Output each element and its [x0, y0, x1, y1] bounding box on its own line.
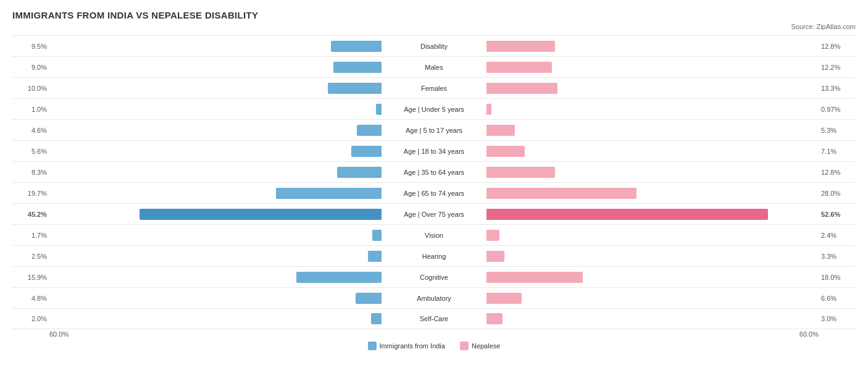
left-bar-wrap: [49, 125, 382, 136]
bar-container: 45.2% Age | Over 75 years 52.6%: [12, 204, 856, 224]
row-label: Vision: [382, 232, 486, 239]
right-bar: [486, 188, 636, 199]
right-value: 5.3%: [819, 127, 856, 134]
right-bar-wrap: [486, 104, 819, 115]
left-bar: [351, 146, 382, 157]
right-bar: [486, 209, 768, 220]
chart-row: 9.5% Disability 12.8%: [12, 35, 856, 56]
left-bar-wrap: [49, 41, 382, 52]
left-value: 5.6%: [12, 148, 49, 155]
right-bar-wrap: [486, 83, 819, 94]
bar-container: 15.9% Cognitive 18.0%: [12, 267, 856, 287]
left-bar-wrap: [49, 272, 382, 283]
left-value: 4.6%: [12, 127, 49, 134]
right-bar-wrap: [486, 167, 819, 178]
row-label: Males: [382, 64, 486, 71]
right-bar-wrap: [486, 125, 819, 136]
right-bar: [486, 251, 504, 262]
left-bar-wrap: [49, 62, 382, 73]
legend-box-left: [368, 342, 377, 350]
right-value: 12.2%: [819, 64, 856, 71]
right-value: 7.1%: [819, 148, 856, 155]
right-value: 3.0%: [819, 315, 856, 322]
chart-row: 5.6% Age | 18 to 34 years 7.1%: [12, 140, 856, 161]
left-bar-wrap: [49, 209, 382, 220]
right-bar-wrap: [486, 41, 819, 52]
bar-container: 1.0% Age | Under 5 years 0.97%: [12, 99, 856, 119]
chart-row: 8.3% Age | 35 to 64 years 12.8%: [12, 161, 856, 182]
left-bar: [331, 41, 382, 52]
row-label: Age | Over 75 years: [382, 211, 486, 218]
right-bar: [486, 313, 503, 324]
left-value: 9.0%: [12, 64, 49, 71]
left-value: 1.7%: [12, 232, 49, 239]
bar-container: 4.6% Age | 5 to 17 years 5.3%: [12, 120, 856, 140]
left-value: 2.0%: [12, 315, 49, 322]
right-value: 12.8%: [819, 43, 856, 50]
bar-container: 1.7% Vision 2.4%: [12, 225, 856, 245]
legend-label-left: Immigrants from India: [380, 342, 445, 350]
right-bar-wrap: [486, 313, 819, 324]
left-bar: [276, 188, 382, 199]
left-value: 4.8%: [12, 295, 49, 302]
bar-container: 10.0% Females 13.3%: [12, 78, 856, 98]
row-label: Age | 35 to 64 years: [382, 169, 486, 176]
right-bar-wrap: [486, 272, 819, 283]
row-label: Age | 5 to 17 years: [382, 127, 486, 134]
left-bar-wrap: [49, 293, 382, 304]
right-value: 6.6%: [819, 295, 856, 302]
chart-row: 15.9% Cognitive 18.0%: [12, 266, 856, 287]
row-label: Cognitive: [382, 274, 486, 281]
right-bar-wrap: [486, 146, 819, 157]
chart-title: IMMIGRANTS FROM INDIA VS NEPALESE DISABI…: [12, 10, 856, 20]
bar-container: 4.8% Ambulatory 6.6%: [12, 288, 856, 308]
left-value: 45.2%: [12, 211, 49, 218]
right-value: 3.3%: [819, 253, 856, 260]
chart-row: 2.5% Hearing 3.3%: [12, 245, 856, 266]
right-value: 0.97%: [819, 106, 856, 113]
right-bar: [486, 146, 525, 157]
chart-row: 1.7% Vision 2.4%: [12, 224, 856, 245]
left-bar-wrap: [49, 104, 382, 115]
left-value: 8.3%: [12, 169, 49, 176]
right-bar-wrap: [486, 230, 819, 241]
left-bar: [357, 125, 382, 136]
left-value: 10.0%: [12, 85, 49, 92]
row-label: Disability: [382, 43, 486, 50]
row-label: Ambulatory: [382, 295, 486, 302]
left-bar-wrap: [49, 188, 382, 199]
right-bar-wrap: [486, 251, 819, 262]
left-bar: [140, 209, 382, 220]
chart-row: 4.8% Ambulatory 6.6%: [12, 287, 856, 308]
right-bar: [486, 167, 555, 178]
left-value: 9.5%: [12, 43, 49, 50]
chart-row: 2.0% Self-Care 3.0%: [12, 308, 856, 329]
right-bar: [486, 230, 499, 241]
row-label: Age | 65 to 74 years: [382, 190, 486, 197]
row-label: Self-Care: [382, 315, 486, 322]
right-value: 2.4%: [819, 232, 856, 239]
bar-container: 9.5% Disability 12.8%: [12, 36, 856, 56]
right-value: 18.0%: [819, 274, 856, 281]
chart-area: 9.5% Disability 12.8% 9.0% Males: [12, 35, 856, 329]
legend-item-right: Nepalese: [460, 342, 500, 350]
axis-labels: 60.0% 60.0%: [12, 330, 856, 338]
bar-container: 5.6% Age | 18 to 34 years 7.1%: [12, 141, 856, 161]
legend-box-right: [460, 342, 469, 350]
left-value: 19.7%: [12, 190, 49, 197]
bar-container: 19.7% Age | 65 to 74 years 28.0%: [12, 183, 856, 203]
left-bar: [296, 272, 382, 283]
row-label: Females: [382, 85, 486, 92]
bar-container: 2.5% Hearing 3.3%: [12, 246, 856, 266]
legend: Immigrants from India Nepalese: [12, 342, 856, 350]
left-bar-wrap: [49, 313, 382, 324]
row-label: Hearing: [382, 253, 486, 260]
left-bar: [376, 104, 382, 115]
right-bar: [486, 62, 552, 73]
right-value: 28.0%: [819, 190, 856, 197]
chart-row: 4.6% Age | 5 to 17 years 5.3%: [12, 119, 856, 140]
legend-label-right: Nepalese: [472, 342, 500, 350]
left-bar: [372, 230, 382, 241]
bar-container: 9.0% Males 12.2%: [12, 57, 856, 77]
row-label: Age | Under 5 years: [382, 106, 486, 113]
